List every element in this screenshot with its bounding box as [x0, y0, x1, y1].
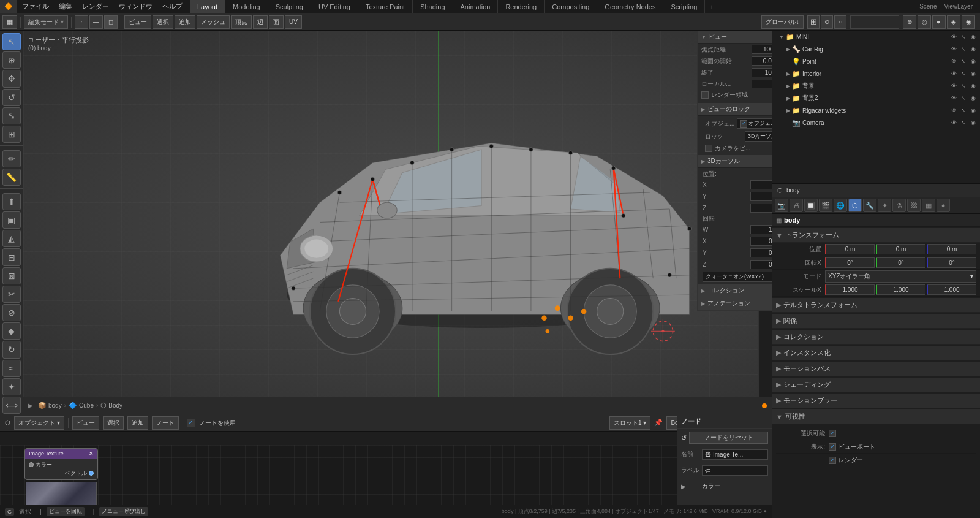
tool-bevel[interactable]: ◭ [2, 230, 21, 247]
pos-y-field[interactable]: 0 m [876, 244, 925, 254]
slot-dropdown[interactable]: スロット1 ▾ [609, 416, 651, 430]
render-checkbox[interactable] [829, 457, 836, 464]
recording-indicator[interactable] [762, 403, 767, 408]
view-menu[interactable]: ビュー [124, 15, 151, 29]
camera-lock-checkbox[interactable] [705, 145, 712, 152]
bg2-render[interactable]: ◉ [969, 94, 978, 102]
tab-scripting[interactable]: Scripting [663, 0, 705, 13]
vertex-menu[interactable]: 頂点 [231, 15, 252, 29]
node-node-menu[interactable]: ノード [152, 416, 179, 430]
point-visibility[interactable]: 👁 [949, 57, 958, 66]
rot-y-field[interactable]: 0° [876, 257, 925, 268]
tree-item-rigacar[interactable]: ▶ 📁 Rigacar widgets 👁 ↖ ◉ [772, 104, 980, 116]
overlay-toggle[interactable]: ⊕ [903, 15, 916, 29]
tool-polybuild[interactable]: ◆ [2, 322, 21, 340]
tab-world-props[interactable]: 🌐 [834, 199, 847, 212]
pin-icon[interactable]: 📌 [654, 419, 663, 427]
menu-edit[interactable]: 編集 [54, 0, 77, 13]
node-view-menu[interactable]: ビュー [72, 416, 99, 430]
rot-z-field[interactable]: 0° [927, 257, 976, 268]
menu-file[interactable]: ファイル [17, 0, 54, 13]
interior-visibility[interactable]: 👁 [949, 69, 958, 78]
tree-item-interior[interactable]: ▶ 📁 Interior 👁 ↖ ◉ [772, 67, 980, 80]
transform-section-header[interactable]: ▼ トランスフォーム [772, 228, 980, 243]
uv-menu[interactable]: UV [285, 15, 302, 29]
node-name-value[interactable]: Image Te... [713, 451, 743, 458]
use-nodes-checkbox[interactable] [187, 419, 195, 427]
tree-item-point[interactable]: ▶ 💡 Point 👁 ↖ ◉ [772, 55, 980, 67]
bg-select[interactable]: ↖ [959, 82, 968, 90]
tab-geometry-nodes[interactable]: Geometry Nodes [597, 0, 663, 13]
viewport-checkbox[interactable] [829, 443, 836, 451]
vertex-select-mode[interactable]: · [75, 15, 88, 29]
edge-select-mode[interactable]: — [89, 15, 103, 29]
menu-help[interactable]: ヘルプ [157, 0, 187, 13]
tab-shading[interactable]: Shading [413, 0, 453, 13]
select-menu[interactable]: 選択 [153, 15, 173, 29]
tab-object-props[interactable]: ⬡ [848, 199, 862, 212]
tab-uv-editing[interactable]: UV Editing [311, 0, 358, 13]
point-select[interactable]: ↖ [959, 57, 968, 66]
breadcrumb-root[interactable]: 📦 body [38, 402, 62, 409]
car-rig-select[interactable]: ↖ [959, 45, 968, 53]
tool-slide[interactable]: ⟺ [2, 397, 21, 414]
tab-rendering[interactable]: Rendering [498, 0, 545, 13]
proportional-edit[interactable]: ○ [834, 15, 846, 29]
node-select-menu[interactable]: 選択 [103, 416, 124, 430]
pos-z-field[interactable]: 0 m [927, 244, 976, 254]
visibility-header[interactable]: ▼ 可視性 [772, 409, 980, 424]
tool-knife[interactable]: ✂ [2, 286, 21, 303]
rigacar-select[interactable]: ↖ [959, 106, 968, 115]
tab-modifier-props[interactable]: 🔧 [863, 199, 876, 212]
tab-render-props[interactable]: 📷 [775, 199, 788, 212]
tree-item-camera[interactable]: ▶ 📷 Camera 👁 ↖ ◉ [772, 116, 980, 129]
tab-texture-paint[interactable]: Texture Paint [358, 0, 413, 13]
tab-output-props[interactable]: 🖨 [790, 199, 803, 212]
tool-inset[interactable]: ▣ [2, 211, 21, 229]
tab-constraints[interactable]: ⛓ [907, 199, 921, 212]
tool-bisect[interactable]: ⊘ [2, 304, 21, 321]
tool-cursor[interactable]: ⊕ [2, 51, 21, 69]
pos-x-field[interactable]: 0 m [825, 244, 875, 254]
rigacar-render[interactable]: ◉ [969, 106, 978, 115]
motion-blur-header[interactable]: ▶ モーションブラー [772, 394, 980, 408]
camera-visibility[interactable]: 👁 [949, 118, 958, 127]
menu-render[interactable]: レンダー [77, 0, 114, 13]
editor-type-button[interactable]: ▦ [2, 15, 17, 29]
rot-x-field[interactable]: 0° [825, 257, 875, 268]
mode-dropdown[interactable]: 編集モード ▾ [24, 15, 68, 29]
node-add-menu[interactable]: 追加 [127, 416, 148, 430]
add-menu[interactable]: 追加 [175, 15, 195, 29]
tool-rotate[interactable]: ↺ [2, 89, 21, 106]
face-menu[interactable]: 面 [269, 15, 284, 29]
breadcrumb-body[interactable]: ⬡ Body [100, 402, 123, 409]
tab-sculpting[interactable]: Sculpting [268, 0, 311, 13]
select-icon[interactable]: ↖ [959, 32, 968, 41]
visibility-icon[interactable]: 👁 [949, 32, 958, 41]
face-select-mode[interactable]: ◻ [104, 15, 118, 29]
node-image-texture[interactable]: Image Texture ✕ カラー ベクトル [24, 448, 98, 480]
tool-extrude[interactable]: ⬆ [2, 193, 21, 210]
object-checkbox[interactable] [740, 120, 747, 128]
mesh-menu[interactable]: メッシュ [197, 15, 230, 29]
node-1-close[interactable]: ✕ [89, 451, 94, 457]
snap-toggle[interactable]: ⊙ [821, 15, 833, 29]
tab-modeling[interactable]: Modeling [225, 0, 268, 13]
tool-smooth[interactable]: ≈ [2, 360, 21, 377]
interior-select[interactable]: ↖ [959, 69, 968, 78]
shading-header[interactable]: ▶ シェーディング [772, 378, 980, 392]
tool-move[interactable]: ✥ [2, 70, 21, 87]
tab-material[interactable]: ● [937, 199, 950, 212]
scale-x-field[interactable]: 1.000 [825, 284, 875, 295]
tab-particles[interactable]: ✦ [878, 199, 891, 212]
global-transform[interactable]: ⊞ [807, 15, 820, 29]
scale-y-field[interactable]: 1.000 [876, 284, 925, 295]
tool-transform[interactable]: ⊞ [2, 126, 21, 143]
camera-render[interactable]: ◉ [969, 118, 978, 127]
tab-animation[interactable]: Animation [453, 0, 499, 13]
motion-paths-header[interactable]: ▶ モーションパス [772, 362, 980, 376]
tree-item-background[interactable]: ▶ 📁 背景 👁 ↖ ◉ [772, 80, 980, 92]
tool-scale[interactable]: ⤡ [2, 107, 21, 124]
bg-visibility[interactable]: 👁 [949, 82, 958, 90]
tree-item-mini[interactable]: ▼ 📁 MINI 👁 ↖ ◉ [772, 31, 980, 43]
